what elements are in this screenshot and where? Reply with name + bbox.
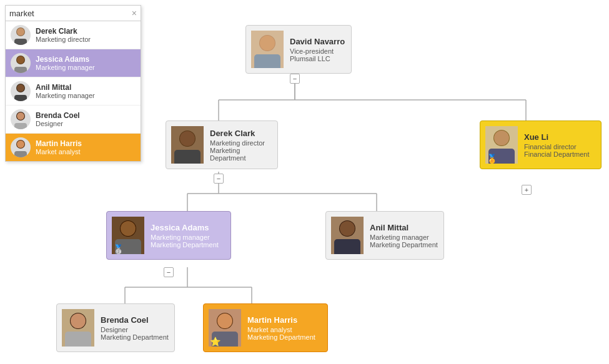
- search-clear-button[interactable]: ×: [132, 8, 137, 18]
- search-item-name-jessica: Jessica Adams: [36, 55, 95, 64]
- avatar-brenda-node: [62, 309, 94, 347]
- search-item-info-brenda: Brenda Coel Designer: [36, 111, 80, 127]
- node-derek-name: Derek Clark: [210, 129, 272, 138]
- svg-point-50: [340, 221, 355, 236]
- search-item-derek[interactable]: Derek Clark Marketing director: [6, 21, 141, 49]
- search-item-info-jessica: Jessica Adams Marketing manager: [36, 55, 95, 71]
- search-item-name-martin: Martin Harris: [36, 139, 82, 148]
- svg-point-58: [217, 313, 232, 328]
- search-item-anil[interactable]: Anil Mittal Marketing manager: [6, 77, 141, 106]
- node-anil-name: Anil Mittal: [370, 223, 438, 232]
- node-anil-dept: Marketing Department: [370, 241, 438, 248]
- node-david[interactable]: David Navarro Vice-president Plumsail LL…: [245, 25, 352, 74]
- node-martin-dept: Marketing Department: [247, 333, 315, 341]
- search-item-name-brenda: Brenda Coel: [36, 111, 80, 120]
- node-derek-info: Derek Clark Marketing director Marketing…: [210, 129, 272, 162]
- node-anil-info: Anil Mittal Marketing manager Marketing …: [370, 223, 438, 248]
- search-item-role-derek: Marketing director: [36, 36, 91, 43]
- svg-rect-33: [254, 54, 280, 68]
- node-brenda-info: Brenda Coel Designer Marketing Departmen…: [101, 315, 169, 341]
- search-item-role-jessica: Marketing manager: [36, 64, 95, 71]
- search-results: Derek Clark Marketing director Jessica A…: [6, 21, 141, 161]
- search-panel: × Derek Clark Marketing director: [5, 5, 141, 162]
- avatar-xue-node: 🏅: [485, 126, 518, 164]
- search-item-role-brenda: Designer: [36, 120, 80, 127]
- svg-point-38: [180, 131, 195, 146]
- node-david-info: David Navarro Vice-president Plumsail LL…: [290, 37, 345, 62]
- svg-rect-13: [14, 151, 27, 157]
- node-david-dept: Plumsail LLC: [290, 55, 345, 62]
- node-martin[interactable]: ⭐ Martin Harris Market analyst Marketing…: [203, 303, 328, 352]
- node-derek-role: Marketing director: [210, 139, 272, 147]
- svg-rect-4: [14, 67, 27, 73]
- svg-rect-37: [174, 150, 201, 164]
- node-martin-name: Martin Harris: [247, 315, 315, 325]
- avatar-anil-search: [11, 81, 31, 101]
- node-xue[interactable]: 🏅 Xue Li Financial director Financial De…: [480, 121, 602, 169]
- search-item-info-martin: Martin Harris Market analyst: [36, 139, 82, 155]
- node-xue-name: Xue Li: [524, 132, 590, 142]
- node-anil[interactable]: Anil Mittal Marketing manager Marketing …: [325, 211, 444, 260]
- avatar-david: [251, 31, 284, 68]
- search-item-name-derek: Derek Clark: [36, 27, 91, 36]
- node-jessica-role: Marketing manager: [151, 234, 219, 241]
- avatar-derek-node: [171, 126, 204, 164]
- node-brenda-role: Designer: [101, 326, 169, 333]
- avatar-martin-node: ⭐: [209, 309, 241, 347]
- collapse-david[interactable]: −: [290, 74, 300, 84]
- svg-rect-1: [14, 39, 27, 45]
- node-xue-dept: Financial Department: [524, 150, 590, 158]
- avatar-brenda-search: [11, 109, 31, 129]
- expand-xue[interactable]: +: [522, 185, 532, 195]
- avatar-derek: [11, 25, 31, 45]
- search-item-brenda[interactable]: Brenda Coel Designer: [6, 106, 141, 134]
- svg-rect-7: [14, 95, 27, 101]
- collapse-derek[interactable]: −: [214, 174, 224, 184]
- svg-rect-49: [334, 239, 360, 254]
- avatar-jessica-search: [11, 53, 31, 73]
- svg-point-34: [260, 36, 275, 51]
- search-item-role-anil: Marketing manager: [36, 92, 95, 99]
- search-item-info-derek: Derek Clark Marketing director: [36, 27, 91, 43]
- svg-point-5: [17, 56, 24, 64]
- svg-rect-53: [65, 332, 91, 347]
- search-item-martin[interactable]: Martin Harris Market analyst: [6, 134, 141, 161]
- avatar-martin-search: [11, 137, 31, 157]
- avatar-anil-node: [331, 217, 364, 254]
- node-derek[interactable]: Derek Clark Marketing director Marketing…: [166, 121, 278, 169]
- node-brenda[interactable]: Brenda Coel Designer Marketing Departmen…: [56, 303, 175, 352]
- search-input[interactable]: [9, 9, 129, 18]
- svg-point-42: [494, 130, 509, 145]
- svg-point-46: [121, 221, 136, 236]
- avatar-jessica-node: 🥈: [112, 217, 144, 254]
- node-brenda-name: Brenda Coel: [101, 315, 169, 325]
- node-anil-role: Marketing manager: [370, 234, 438, 241]
- svg-point-14: [17, 140, 24, 148]
- search-item-role-martin: Market analyst: [36, 148, 82, 155]
- node-david-role: Vice-president: [290, 47, 345, 55]
- node-jessica-name: Jessica Adams: [151, 223, 219, 232]
- node-xue-info: Xue Li Financial director Financial Depa…: [524, 132, 590, 158]
- search-item-name-anil: Anil Mittal: [36, 83, 95, 92]
- node-jessica-info: Jessica Adams Marketing manager Marketin…: [151, 223, 219, 248]
- node-xue-role: Financial director: [524, 143, 590, 150]
- node-derek-dept: Marketing Department: [210, 147, 272, 162]
- node-martin-info: Martin Harris Market analyst Marketing D…: [247, 315, 315, 341]
- search-item-info-anil: Anil Mittal Marketing manager: [36, 83, 95, 99]
- collapse-jessica[interactable]: −: [164, 267, 174, 277]
- node-jessica-dept: Marketing Department: [151, 241, 219, 248]
- search-header: ×: [6, 6, 141, 21]
- search-item-jessica[interactable]: Jessica Adams Marketing manager: [6, 49, 141, 77]
- node-martin-role: Market analyst: [247, 326, 315, 333]
- node-jessica[interactable]: 🥈 Jessica Adams Marketing manager Market…: [106, 211, 231, 260]
- node-david-name: David Navarro: [290, 37, 345, 46]
- org-chart: David Navarro Vice-president Plumsail LL…: [147, 0, 609, 364]
- svg-rect-10: [14, 123, 27, 129]
- svg-point-8: [17, 84, 24, 92]
- svg-point-54: [71, 313, 86, 328]
- node-brenda-dept: Marketing Department: [101, 333, 169, 341]
- svg-point-11: [17, 112, 24, 120]
- svg-point-2: [17, 28, 24, 36]
